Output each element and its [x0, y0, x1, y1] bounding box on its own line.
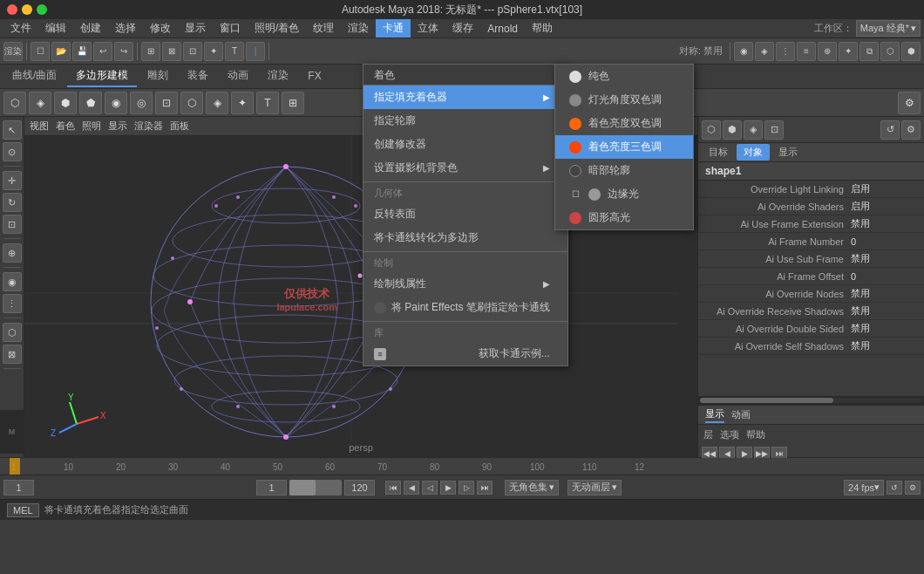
- rp-tab-object[interactable]: 对象: [737, 144, 770, 161]
- close-button[interactable]: [7, 4, 17, 15]
- input-type-label[interactable]: MEL: [7, 503, 39, 517]
- menu-arnold[interactable]: Arnold: [480, 21, 525, 37]
- cm-item-6[interactable]: 反转表面: [363, 202, 567, 226]
- tab-sculpt[interactable]: 雕刻: [139, 65, 177, 87]
- prop-value-0[interactable]: 启用: [851, 182, 921, 195]
- icon-btn8[interactable]: ⬡: [880, 42, 900, 61]
- rp-icon1[interactable]: ⬡: [702, 120, 721, 140]
- cm-item-14[interactable]: ≡ 获取卡通示例...: [363, 342, 567, 366]
- rp-settings[interactable]: ⚙: [901, 120, 921, 140]
- cm-item-7[interactable]: 将卡通线转化为多边形: [363, 226, 567, 249]
- tab-rig[interactable]: 装备: [179, 65, 217, 87]
- menu-render[interactable]: 渲染: [341, 19, 376, 38]
- menu-help[interactable]: 帮助: [525, 19, 560, 38]
- sm-item-2[interactable]: 着色亮度双色调: [555, 112, 693, 135]
- properties-scrollbar[interactable]: [698, 396, 924, 405]
- prop-value-6[interactable]: 禁用: [851, 287, 921, 300]
- viewport-menu-shading[interactable]: 着色: [56, 120, 75, 133]
- new-scene-btn[interactable]: ☐: [31, 42, 50, 61]
- rewind-btn[interactable]: ⏮: [385, 481, 401, 495]
- sm-item-1[interactable]: 灯光角度双色调: [555, 88, 693, 112]
- universal-tool[interactable]: ⊕: [3, 243, 22, 263]
- rp-icon4[interactable]: ⊡: [764, 120, 784, 140]
- step-back-btn[interactable]: ◀: [404, 481, 419, 495]
- snap4[interactable]: ✦: [204, 42, 223, 61]
- play-back-btn[interactable]: ◁: [422, 481, 438, 495]
- menu-edit[interactable]: 编辑: [38, 19, 73, 38]
- bottom-menu-help[interactable]: 帮助: [746, 428, 765, 441]
- anim-layer-dropdown[interactable]: 无动画层 ▾: [567, 480, 622, 495]
- menu-file[interactable]: 文件: [3, 19, 38, 38]
- menu-window[interactable]: 窗口: [213, 19, 248, 38]
- bottom-tab-display[interactable]: 显示: [705, 407, 724, 423]
- open-btn[interactable]: 📂: [51, 42, 71, 61]
- sm-item-0[interactable]: 纯色: [555, 65, 693, 88]
- rotate-tool[interactable]: ↻: [3, 193, 22, 212]
- icon-btn6[interactable]: ✦: [839, 42, 858, 61]
- viewport-menu-show[interactable]: 显示: [108, 120, 127, 133]
- bottom-menu-layer[interactable]: 层: [703, 428, 713, 441]
- shelf-icon-1[interactable]: ⬡: [3, 92, 26, 114]
- sm-item-5[interactable]: ☐ 边缘光: [555, 182, 693, 206]
- play-btn[interactable]: ▶: [440, 481, 456, 495]
- viewport-menu-renderer[interactable]: 渲染器: [134, 120, 163, 133]
- rp-tab-display[interactable]: 显示: [771, 144, 805, 161]
- menu-select[interactable]: 选择: [108, 19, 143, 38]
- range-start-input[interactable]: [256, 480, 287, 495]
- menu-cache[interactable]: 缓存: [445, 19, 480, 38]
- shelf-icon-3[interactable]: ⬢: [54, 92, 77, 114]
- range-end-input[interactable]: [344, 480, 375, 495]
- maximize-button[interactable]: [37, 4, 47, 15]
- tab-anim[interactable]: 动画: [219, 65, 257, 87]
- move-tool[interactable]: ✛: [3, 171, 22, 190]
- sm-item-4[interactable]: 暗部轮廓: [555, 159, 693, 182]
- icon-btn5[interactable]: ⊕: [818, 42, 837, 61]
- snap5[interactable]: T: [225, 42, 244, 61]
- tab-poly[interactable]: 多边形建模: [67, 65, 137, 87]
- step-fwd-btn[interactable]: ▷: [459, 481, 474, 495]
- shelf-icon-10[interactable]: ✦: [231, 92, 254, 114]
- snap2[interactable]: ⊠: [162, 42, 181, 61]
- rp-icon2[interactable]: ⬢: [723, 120, 742, 140]
- render-dropdown[interactable]: 渲染: [3, 42, 23, 61]
- menu-create[interactable]: 创建: [73, 19, 108, 38]
- tab-fx[interactable]: FX: [299, 67, 330, 86]
- scroll-thumb[interactable]: [700, 398, 833, 403]
- icon-btn4[interactable]: ≡: [797, 42, 816, 61]
- prop-value-9[interactable]: 禁用: [851, 339, 921, 352]
- viewport-menu-panels[interactable]: 面板: [170, 120, 189, 133]
- shelf-icon-6[interactable]: ◎: [130, 92, 153, 114]
- menu-cartoon[interactable]: 卡通: [376, 19, 411, 38]
- shelf-icon-12[interactable]: ⊞: [282, 92, 304, 114]
- rp-refresh[interactable]: ↺: [880, 120, 900, 140]
- icon-btn9[interactable]: ⬢: [901, 42, 921, 61]
- snap-tool[interactable]: ⊠: [3, 345, 22, 364]
- prop-value-2[interactable]: 禁用: [851, 217, 921, 230]
- snap6[interactable]: |: [246, 42, 265, 61]
- undo-btn[interactable]: ↩: [93, 42, 112, 61]
- playback-range[interactable]: [289, 480, 342, 495]
- cm-item-11[interactable]: 将 Paint Effects 笔刷指定给卡通线: [363, 296, 567, 319]
- shelf-icon-settings[interactable]: ⚙: [898, 92, 921, 114]
- snap3[interactable]: ⊡: [183, 42, 202, 61]
- menu-lighting[interactable]: 照明/着色: [248, 19, 306, 38]
- viewport-menu-lighting[interactable]: 照明: [82, 120, 101, 133]
- shelf-icon-9[interactable]: ◈: [206, 92, 228, 114]
- prop-value-8[interactable]: 禁用: [851, 322, 921, 335]
- prop-value-5[interactable]: 0: [851, 271, 921, 282]
- icon-btn3[interactable]: ⋮: [776, 42, 795, 61]
- icon-btn2[interactable]: ◈: [755, 42, 774, 61]
- character-set-dropdown[interactable]: 无角色集 ▾: [505, 480, 559, 495]
- cm-item-1[interactable]: 指定轮廓: [363, 109, 567, 133]
- sculpt-tool[interactable]: ⋮: [3, 294, 22, 313]
- soft-select[interactable]: ◉: [3, 272, 22, 291]
- tab-render2[interactable]: 渲染: [259, 65, 297, 87]
- tab-surface[interactable]: 曲线/曲面: [3, 65, 65, 87]
- shelf-icon-8[interactable]: ⬡: [180, 92, 203, 114]
- menu-modify[interactable]: 修改: [143, 19, 178, 38]
- workspace-dropdown[interactable]: Maya 经典* ▾: [856, 20, 921, 37]
- timeline-ruler[interactable]: 1 10 20 30 40 50 60 70 80 90 100 110 12: [0, 458, 924, 475]
- menu-display[interactable]: 显示: [178, 19, 213, 38]
- viewport-menu-view[interactable]: 视图: [30, 120, 49, 133]
- menu-texture[interactable]: 纹理: [306, 19, 341, 38]
